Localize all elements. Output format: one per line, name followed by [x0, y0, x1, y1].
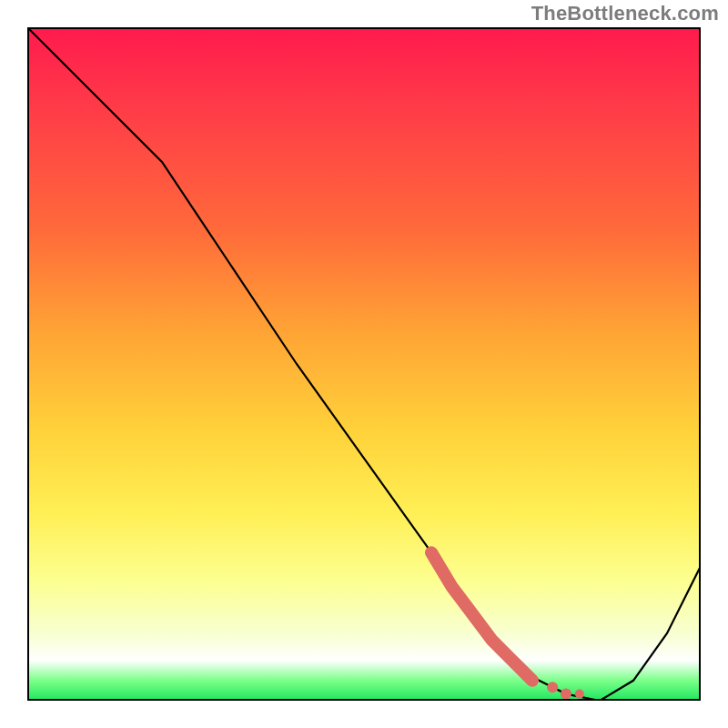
watermark-text: TheBottleneck.com [531, 2, 719, 25]
highlight-dot [547, 682, 558, 693]
chart-overlay-svg [27, 27, 701, 701]
highlight-dot [561, 689, 571, 700]
curve-line [27, 27, 701, 701]
highlight-dots [547, 682, 584, 699]
highlight-line [431, 552, 532, 681]
highlight-dot [575, 690, 584, 699]
plot-area [27, 27, 701, 701]
chart-stage: TheBottleneck.com [0, 0, 728, 728]
